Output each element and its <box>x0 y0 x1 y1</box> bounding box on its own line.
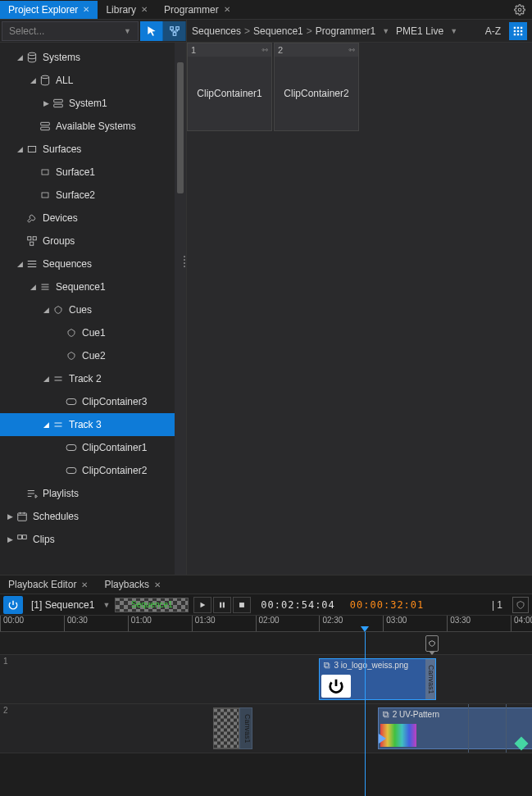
svg-rect-14 <box>33 237 36 240</box>
select-placeholder: Select... <box>9 25 44 37</box>
clip-io-logo[interactable]: 3 io_logo_weiss.png Canvas1 <box>319 658 436 700</box>
tree-playlists[interactable]: Playlists <box>0 482 186 505</box>
play-button[interactable] <box>193 597 211 613</box>
breadcrumb[interactable]: Programmer1 <box>316 25 375 37</box>
playhead[interactable] <box>365 632 366 796</box>
timeline-ruler[interactable]: 00:00 00:30 01:00 01:30 02:00 02:30 03:0… <box>0 616 532 632</box>
splitter-handle[interactable] <box>182 256 187 267</box>
chevron-down-icon[interactable]: ▼ <box>102 601 110 609</box>
canvas-stub[interactable]: Canvas1 <box>239 707 252 749</box>
stop-button[interactable] <box>233 597 251 613</box>
expand-icon[interactable] <box>41 99 51 107</box>
tree-clipcontainer3[interactable]: ClipContainer3 <box>0 390 186 413</box>
tree-cues[interactable]: Cues <box>0 298 186 321</box>
expand-icon[interactable] <box>41 306 51 314</box>
tree-sequence1[interactable]: Sequence1 <box>0 275 186 298</box>
close-icon[interactable]: ✕ <box>154 580 161 589</box>
svg-rect-11 <box>42 170 48 175</box>
chevron-down-icon[interactable]: ▼ <box>379 27 393 35</box>
clip-icon <box>64 443 79 452</box>
expand-icon[interactable] <box>15 260 25 268</box>
tab-playback-editor[interactable]: Playback Editor ✕ <box>0 575 96 594</box>
svg-rect-31 <box>220 602 221 607</box>
structure-tool-button[interactable] <box>163 21 186 41</box>
svg-rect-8 <box>41 122 50 125</box>
cursor-tool-button[interactable] <box>140 21 163 41</box>
select-dropdown[interactable]: Select... ▼ <box>2 21 139 41</box>
tree-surface2[interactable]: Surface2 <box>0 184 186 207</box>
tree-track3[interactable]: Track 3 <box>0 413 186 436</box>
tree-devices[interactable]: Devices <box>0 207 186 230</box>
timeline-track-2[interactable]: 2 Canvas1 2 UV-Pattern <box>0 704 532 753</box>
shield-button[interactable] <box>512 597 529 613</box>
clip-label-text: 3 io_logo_weiss.png <box>334 661 408 670</box>
expand-icon[interactable] <box>28 76 38 84</box>
svg-rect-19 <box>18 513 27 521</box>
copy-icon <box>382 711 390 719</box>
sequence-thumbnail[interactable]: Sequence1 <box>115 598 189 612</box>
grid-view-button[interactable] <box>509 22 527 40</box>
svg-point-0 <box>518 8 521 11</box>
tab-programmer[interactable]: Programmer ✕ <box>156 1 239 19</box>
cue-marker[interactable] <box>425 635 439 652</box>
pause-button[interactable] <box>213 597 231 613</box>
svg-point-4 <box>28 52 35 56</box>
expand-icon[interactable] <box>15 145 25 153</box>
tab-project-explorer[interactable]: Project Explorer ✕ <box>0 1 98 19</box>
svg-rect-15 <box>30 242 34 245</box>
tree-clipcontainer1[interactable]: ClipContainer1 <box>0 436 186 459</box>
breadcrumb[interactable]: Sequence1 <box>253 25 303 37</box>
expand-icon[interactable] <box>41 421 51 429</box>
expand-icon[interactable] <box>5 512 15 521</box>
sequence-selector[interactable]: [1] Sequence1 <box>28 599 98 611</box>
power-button[interactable] <box>3 596 23 614</box>
clip-card-2[interactable]: 2 ⇿ ClipContainer2 <box>274 43 359 131</box>
expand-icon[interactable] <box>41 375 51 383</box>
clip-uv-pattern[interactable]: 2 UV-Pattern <box>378 707 532 749</box>
tree-groups[interactable]: Groups <box>0 230 186 252</box>
close-icon[interactable]: ✕ <box>81 580 88 589</box>
tree-all[interactable]: ALL <box>0 69 186 92</box>
clip-card-1[interactable]: 1 ⇿ ClipContainer1 <box>187 43 272 131</box>
tree-track2[interactable]: Track 2 <box>0 367 186 390</box>
select-toolbar: Select... ▼ <box>0 20 186 43</box>
sort-button[interactable]: A-Z <box>480 24 506 39</box>
database-icon <box>38 75 52 86</box>
expand-icon[interactable] <box>28 283 38 291</box>
pme-dropdown[interactable]: PME1 Live <box>396 25 443 37</box>
tree-schedules[interactable]: Schedules <box>0 505 186 528</box>
tree-clips[interactable]: Clips <box>0 528 186 551</box>
timeline-track-1[interactable]: 1 3 io_logo_weiss.png Canvas1 <box>0 655 532 704</box>
tree-cue2[interactable]: Cue2 <box>0 344 186 367</box>
svg-rect-36 <box>384 712 389 716</box>
scrollbar[interactable] <box>175 43 186 575</box>
tree-label: Systems <box>39 52 80 63</box>
svg-rect-22 <box>514 26 516 28</box>
tree-system1[interactable]: System1 <box>0 92 186 115</box>
close-icon[interactable]: ✕ <box>141 5 148 14</box>
tab-library[interactable]: Library ✕ <box>98 1 156 19</box>
timeline[interactable]: 1 3 io_logo_weiss.png Canvas1 2 Canvas1 … <box>0 632 532 796</box>
close-icon[interactable]: ✕ <box>224 5 230 14</box>
expand-icon[interactable] <box>5 535 15 544</box>
tree-cue1[interactable]: Cue1 <box>0 321 186 344</box>
project-tree[interactable]: Systems ALL System1 Available Systems S <box>0 43 186 575</box>
expand-icon[interactable] <box>15 53 25 61</box>
clip-label: ClipContainer1 <box>188 57 271 130</box>
breadcrumb[interactable]: Sequences <box>192 25 241 37</box>
svg-point-5 <box>41 75 48 79</box>
close-icon[interactable]: ✕ <box>83 5 89 14</box>
tab-playbacks[interactable]: Playbacks ✕ <box>96 575 169 594</box>
tree-sequences[interactable]: Sequences <box>0 252 186 275</box>
checker-clip-stub[interactable] <box>213 707 239 749</box>
tree-surface1[interactable]: Surface1 <box>0 161 186 184</box>
tree-surfaces[interactable]: Surfaces <box>0 138 186 161</box>
tree-available-systems[interactable]: Available Systems <box>0 115 186 138</box>
marker-lane[interactable] <box>0 632 532 655</box>
gear-icon[interactable] <box>507 1 532 19</box>
tree-systems[interactable]: Systems <box>0 46 186 69</box>
chevron-down-icon[interactable]: ▼ <box>447 27 461 35</box>
cue-icon <box>64 328 79 338</box>
tree-clipcontainer2[interactable]: ClipContainer2 <box>0 459 186 482</box>
svg-rect-7 <box>54 104 63 107</box>
